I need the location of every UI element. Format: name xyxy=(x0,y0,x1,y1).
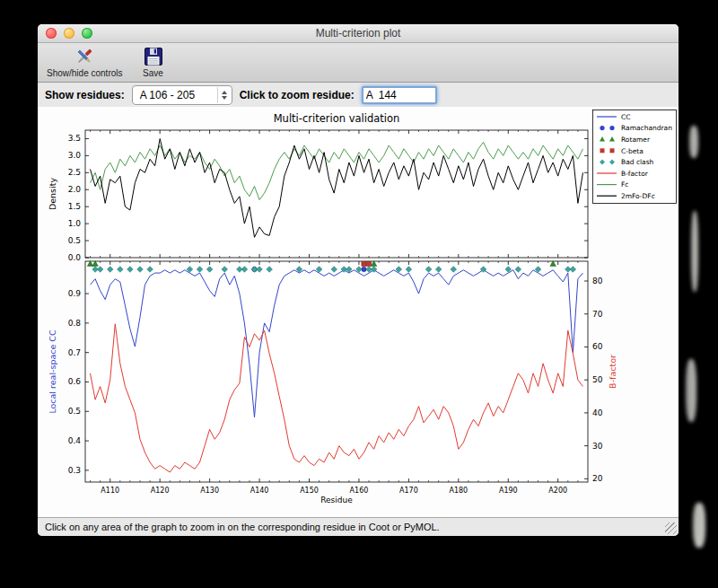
validation-chart[interactable]: Multi-criterion validationA110A120A130A1… xyxy=(38,107,679,516)
svg-text:Density: Density xyxy=(48,178,57,210)
svg-text:0.6: 0.6 xyxy=(68,377,82,386)
svg-text:2mFo-DFc: 2mFo-DFc xyxy=(621,192,655,200)
svg-text:80: 80 xyxy=(592,276,603,285)
save-button[interactable]: Save xyxy=(137,45,170,79)
background-artifact xyxy=(686,359,696,422)
svg-text:Ramachandran: Ramachandran xyxy=(621,124,672,132)
background-artifact xyxy=(693,503,705,548)
svg-text:B-factor: B-factor xyxy=(608,355,617,389)
svg-text:Residue: Residue xyxy=(320,496,353,505)
close-button[interactable] xyxy=(46,28,57,39)
svg-text:0.7: 0.7 xyxy=(68,348,81,357)
window-title: Multi-criterion plot xyxy=(316,27,401,39)
background-artifact xyxy=(691,211,698,292)
svg-text:0.3: 0.3 xyxy=(68,466,81,475)
show-hide-controls-label: Show/hide controls xyxy=(47,68,123,78)
svg-text:C-beta: C-beta xyxy=(621,147,644,155)
svg-text:A160: A160 xyxy=(350,487,369,495)
svg-text:A140: A140 xyxy=(250,487,269,495)
save-icon xyxy=(143,46,164,67)
zoom-window-button[interactable] xyxy=(82,28,92,39)
svg-text:40: 40 xyxy=(592,408,603,417)
svg-text:20: 20 xyxy=(592,474,603,483)
svg-text:0.9: 0.9 xyxy=(68,289,82,298)
svg-text:0.0: 0.0 xyxy=(68,253,82,262)
plot-figure[interactable]: Multi-criterion validationA110A120A130A1… xyxy=(38,107,679,516)
show-residues-label: Show residues: xyxy=(45,89,125,101)
svg-text:CC: CC xyxy=(621,113,630,121)
zoom-residue-label: Click to zoom residue: xyxy=(240,89,355,101)
background-artifact xyxy=(689,126,698,158)
show-hide-controls-button[interactable]: Show/hide controls xyxy=(41,45,128,79)
toolbar: Show/hide controls Save xyxy=(38,43,679,83)
app-window: Multi-criterion plot Show/hide controls xyxy=(38,24,679,536)
svg-text:A150: A150 xyxy=(300,487,319,495)
svg-text:Bad clash: Bad clash xyxy=(621,158,654,166)
svg-text:A170: A170 xyxy=(399,487,418,495)
svg-text:0.4: 0.4 xyxy=(68,436,82,445)
svg-text:B-factor: B-factor xyxy=(621,170,649,178)
svg-text:2.5: 2.5 xyxy=(68,168,81,177)
svg-text:2.0: 2.0 xyxy=(68,185,82,194)
resize-grip[interactable] xyxy=(665,522,677,534)
svg-text:A130: A130 xyxy=(200,487,219,495)
desktop-background: { "window": { "title": "Multi-criterion … xyxy=(0,0,718,588)
svg-text:0.5: 0.5 xyxy=(68,236,81,245)
svg-text:A190: A190 xyxy=(499,487,518,495)
svg-text:0.8: 0.8 xyxy=(68,319,82,328)
status-text: Click on any area of the graph to zoom i… xyxy=(45,522,440,532)
svg-text:60: 60 xyxy=(592,342,603,351)
svg-text:Fc: Fc xyxy=(621,180,628,189)
controls-bar: Show residues: A 106 - 205 Click to zoom… xyxy=(38,83,679,109)
combo-stepper-icon xyxy=(217,87,232,103)
svg-text:1.0: 1.0 xyxy=(68,219,82,228)
svg-text:A180: A180 xyxy=(449,487,468,495)
svg-text:3.5: 3.5 xyxy=(68,134,81,143)
minimize-button[interactable] xyxy=(64,28,74,39)
residue-range-select[interactable]: A 106 - 205 xyxy=(132,85,232,105)
svg-text:50: 50 xyxy=(592,375,603,384)
svg-text:Rotamer: Rotamer xyxy=(621,136,651,144)
svg-text:A120: A120 xyxy=(151,487,170,495)
window-titlebar: Multi-criterion plot xyxy=(38,24,679,43)
svg-text:A200: A200 xyxy=(548,487,567,495)
residue-range-value: A 106 - 205 xyxy=(140,89,195,101)
svg-text:30: 30 xyxy=(592,442,603,451)
zoom-residue-input[interactable] xyxy=(362,86,437,104)
svg-text:70: 70 xyxy=(592,310,603,319)
svg-text:Multi-criterion validation: Multi-criterion validation xyxy=(274,112,400,125)
svg-text:A110: A110 xyxy=(101,487,119,495)
svg-text:3.0: 3.0 xyxy=(68,151,82,160)
status-bar: Click on any area of the graph to zoom i… xyxy=(38,517,679,536)
save-label: Save xyxy=(143,68,163,78)
svg-text:0.5: 0.5 xyxy=(68,407,81,416)
svg-text:1.5: 1.5 xyxy=(68,202,81,211)
svg-text:Local real-space CC: Local real-space CC xyxy=(48,329,57,414)
tools-icon xyxy=(74,46,95,67)
